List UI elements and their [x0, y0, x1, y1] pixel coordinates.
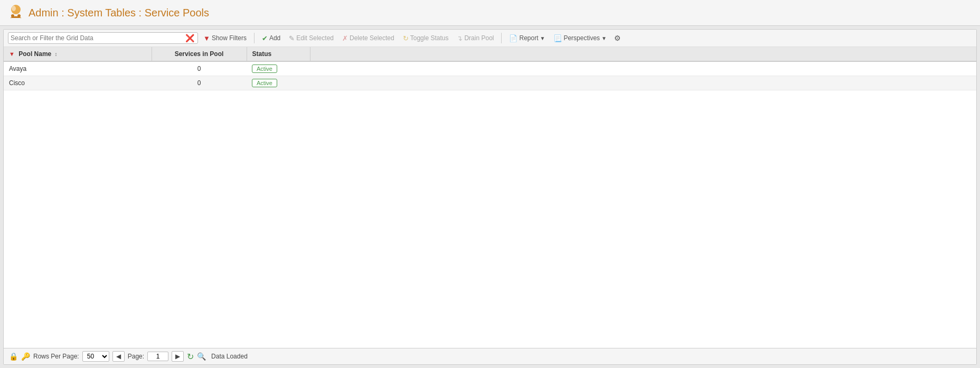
cell-services: 0 — [152, 61, 247, 76]
pool-name-column-label: Pool Name — [18, 50, 51, 58]
cell-pool-name: Cisco — [4, 76, 152, 90]
cell-pool-name: Avaya — [4, 61, 152, 76]
column-header-extra — [310, 47, 976, 61]
delete-selected-button[interactable]: ✗ Delete Selected — [339, 33, 398, 44]
page-label: Page: — [128, 353, 144, 360]
perspectives-icon: 📃 — [553, 34, 562, 42]
edit-icon: ✎ — [289, 34, 295, 42]
status-column-label: Status — [252, 50, 272, 58]
filter-icon: ▼ — [203, 34, 210, 42]
page-title: Admin : System Tables : Service Pools — [29, 7, 209, 19]
search-wrapper[interactable]: ❌ — [8, 32, 198, 44]
next-page-button[interactable]: ▶ — [172, 351, 184, 362]
show-filters-button[interactable]: ▼ Show Filters — [200, 33, 250, 44]
report-dropdown-arrow: ▼ — [540, 35, 545, 41]
toolbar-separator-1 — [254, 33, 255, 43]
toggle-status-button[interactable]: ↻ Toggle Status — [400, 33, 452, 44]
status-badge: Active — [252, 79, 277, 87]
rows-per-page-select[interactable]: 50 25 100 — [82, 351, 109, 362]
search-input[interactable] — [11, 34, 184, 42]
column-header-services[interactable]: Services in Pool — [152, 47, 247, 61]
page-header: Admin : System Tables : Service Pools — [0, 0, 980, 26]
cell-extra — [310, 61, 976, 76]
add-icon: ✔ — [262, 34, 268, 42]
edit-selected-button[interactable]: ✎ Edit Selected — [286, 33, 337, 44]
key-icon: 🔑 — [21, 352, 30, 361]
cell-extra — [310, 76, 976, 90]
prev-page-button[interactable]: ◀ — [112, 351, 125, 362]
data-status: Data Loaded — [211, 353, 248, 360]
report-label: Report — [519, 34, 538, 42]
admin-icon — [7, 4, 24, 21]
svg-point-2 — [11, 14, 14, 17]
perspectives-label: Perspectives — [563, 34, 600, 42]
rows-per-page-label: Rows Per Page: — [33, 353, 79, 360]
perspectives-button[interactable]: 📃 Perspectives ▼ — [550, 33, 610, 44]
delete-icon: ✗ — [342, 34, 348, 42]
footer: 🔒 🔑 Rows Per Page: 50 25 100 ◀ Page: ▶ ↻… — [4, 348, 976, 364]
cell-status: Active — [247, 76, 310, 90]
report-icon: 📄 — [509, 34, 517, 42]
cell-status: Active — [247, 61, 310, 76]
toggle-status-label: Toggle Status — [410, 34, 449, 42]
add-button[interactable]: ✔ Add — [259, 33, 284, 44]
report-button[interactable]: 📄 Report ▼ — [506, 33, 548, 44]
lock-icon: 🔒 — [9, 352, 18, 361]
drain-pool-button[interactable]: ↴ Drain Pool — [454, 33, 497, 44]
page-input[interactable] — [147, 352, 168, 361]
main-content: ❌ ▼ Show Filters ✔ Add ✎ Edit Selected ✗… — [3, 29, 977, 365]
status-badge: Active — [252, 65, 277, 73]
svg-point-1 — [12, 6, 16, 11]
table-header-row: ▼ Pool Name ↕ Services in Pool Status — [4, 47, 976, 61]
settings-button[interactable]: ⚙ — [612, 32, 623, 44]
table-row[interactable]: Cisco0Active — [4, 76, 976, 90]
pool-name-filter-icon: ▼ — [9, 51, 15, 57]
zoom-button[interactable]: 🔍 — [197, 352, 206, 361]
refresh-button[interactable]: ↻ — [187, 352, 194, 362]
services-column-label: Services in Pool — [175, 50, 224, 58]
perspectives-dropdown-arrow: ▼ — [601, 35, 607, 41]
column-header-pool-name[interactable]: ▼ Pool Name ↕ — [4, 47, 152, 61]
add-label: Add — [269, 34, 280, 42]
search-clear-button[interactable]: ❌ — [184, 34, 195, 42]
edit-selected-label: Edit Selected — [296, 34, 334, 42]
table-row[interactable]: Avaya0Active — [4, 61, 976, 76]
cell-services: 0 — [152, 76, 247, 90]
toolbar: ❌ ▼ Show Filters ✔ Add ✎ Edit Selected ✗… — [4, 30, 976, 47]
column-header-status[interactable]: Status — [247, 47, 310, 61]
drain-pool-label: Drain Pool — [464, 34, 494, 42]
show-filters-label: Show Filters — [212, 34, 247, 42]
data-table: ▼ Pool Name ↕ Services in Pool Status — [4, 47, 976, 90]
toolbar-separator-2 — [501, 33, 502, 43]
svg-point-3 — [17, 14, 21, 17]
grid-wrapper: ▼ Pool Name ↕ Services in Pool Status — [4, 47, 976, 348]
delete-selected-label: Delete Selected — [350, 34, 394, 42]
drain-icon: ↴ — [457, 34, 463, 42]
toggle-icon: ↻ — [403, 34, 409, 42]
table-body: Avaya0ActiveCisco0Active — [4, 61, 976, 90]
pool-name-sort-icon: ↕ — [55, 51, 58, 57]
